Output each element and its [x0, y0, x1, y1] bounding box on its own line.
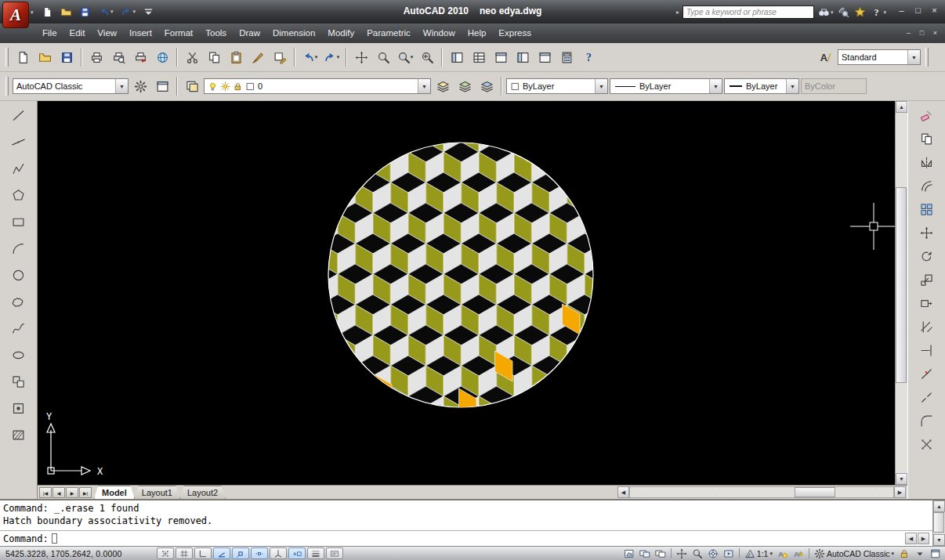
command-vertical-scrollbar[interactable]: ▲ ▼ [932, 500, 945, 546]
close-button[interactable]: × [926, 3, 943, 17]
annotation-scale-button[interactable]: 1:1▾ [743, 547, 774, 559]
toggle-dyn[interactable] [288, 547, 306, 559]
clean-screen-button[interactable] [929, 547, 943, 559]
layer-states-button[interactable] [476, 76, 497, 96]
menu-tools[interactable]: Tools [199, 23, 233, 43]
steering-wheel-button[interactable] [706, 547, 720, 559]
menu-help[interactable]: Help [462, 23, 493, 43]
zoom-window-button[interactable]: ▾ [395, 47, 415, 67]
layer-freeze-icon[interactable] [220, 81, 230, 92]
menu-insert[interactable]: Insert [123, 23, 158, 43]
annotation-autoscale-button[interactable]: A [791, 547, 806, 559]
quick-view-drawings-button[interactable] [654, 547, 668, 559]
layer-lock-icon[interactable] [233, 81, 243, 92]
search-button[interactable]: ▾ [816, 4, 836, 20]
publish-button[interactable] [130, 47, 150, 67]
layer-properties-manager-button[interactable] [182, 76, 202, 96]
last-tab-button[interactable]: ▶| [79, 487, 92, 498]
command-prompt-row[interactable]: Command: ◀ ▶ [0, 530, 932, 546]
properties-palette-button[interactable] [447, 47, 467, 67]
scrollbar-track[interactable] [896, 113, 907, 473]
quick-view-layouts-button[interactable] [638, 547, 652, 559]
toolbar-window-lock-button[interactable] [897, 547, 911, 559]
doc-restore-button[interactable]: □ [915, 27, 929, 38]
combo-dropdown-icon[interactable]: ▼ [907, 50, 920, 64]
scrollbar-thumb[interactable] [896, 187, 907, 383]
color-combo[interactable]: ByLayer ▼ [506, 78, 608, 94]
break-at-point-button[interactable] [917, 363, 937, 384]
scroll-right-icon[interactable]: ▶ [894, 486, 906, 498]
layer-previous-button[interactable] [454, 76, 475, 96]
command-window[interactable]: Command: _.erase 1 foundHatch boundary a… [0, 499, 945, 546]
previous-tab-button[interactable]: ◀ [52, 487, 65, 498]
markup-set-manager-button[interactable] [534, 47, 555, 67]
scroll-left-icon[interactable]: ◀ [617, 486, 629, 498]
scrollbar-thumb[interactable] [933, 512, 944, 533]
menu-express[interactable]: Express [492, 23, 538, 43]
explode-button[interactable] [917, 434, 937, 454]
autocad-logo-menu-button[interactable]: A [2, 2, 29, 28]
ellipse-button[interactable] [9, 345, 29, 365]
combo-dropdown-icon[interactable]: ▼ [115, 79, 128, 93]
save-button[interactable] [56, 47, 77, 67]
first-tab-button[interactable]: |◀ [39, 487, 52, 498]
drawing-canvas[interactable]: Y X [38, 101, 895, 485]
toggle-lwt[interactable] [307, 547, 324, 559]
tab-model[interactable]: Model [94, 486, 135, 499]
menu-file[interactable]: File [36, 23, 63, 43]
match-properties-button[interactable] [248, 47, 268, 67]
menu-parametric[interactable]: Parametric [360, 23, 417, 43]
redo-button[interactable]: ▾ [118, 4, 139, 20]
lineweight-combo[interactable]: ByLayer ▼ [724, 78, 799, 94]
status-bar-menu-button[interactable] [913, 547, 927, 559]
open-button[interactable] [58, 4, 74, 20]
minimize-button[interactable]: – [893, 3, 910, 17]
workspace-combo[interactable]: AutoCAD Classic ▼ [13, 78, 129, 94]
workspace-switching-button[interactable]: AutoCAD Classic▾ [813, 547, 896, 559]
sheet-set-manager-button[interactable] [512, 47, 533, 67]
zoom-realtime-button[interactable] [373, 47, 393, 67]
tab-layout1[interactable]: Layout1 [134, 486, 180, 499]
canvas-vertical-scrollbar[interactable]: ▲ ▼ [895, 101, 907, 485]
plot-preview-button[interactable] [108, 47, 129, 67]
help-button[interactable]: ? [578, 47, 599, 67]
insert-block-button[interactable] [9, 371, 29, 392]
dropdown-caret-icon[interactable]: ▾ [110, 9, 114, 15]
arc-button[interactable] [9, 238, 29, 258]
scroll-left-icon[interactable]: ◀ [905, 533, 917, 544]
mirror-button[interactable] [917, 152, 937, 172]
menu-edit[interactable]: Edit [63, 23, 92, 43]
stretch-button[interactable] [917, 293, 937, 313]
make-block-button[interactable] [9, 398, 29, 418]
layer-combo[interactable]: 0 ▼ [204, 78, 431, 94]
toggle-osnap[interactable] [232, 547, 249, 559]
qnew-button[interactable] [13, 47, 33, 67]
toggle-polar[interactable] [213, 547, 230, 559]
workspace-settings-button[interactable] [130, 76, 150, 96]
dropdown-caret-icon[interactable]: ▾ [411, 54, 414, 60]
toggle-otrack[interactable] [251, 547, 268, 559]
polygon-button[interactable] [9, 185, 29, 205]
hatch-button[interactable] [9, 425, 29, 445]
model-space-button[interactable] [622, 547, 636, 559]
designcenter-button[interactable] [469, 47, 489, 67]
save-button[interactable] [77, 4, 93, 20]
break-button[interactable] [917, 387, 937, 407]
cut-button[interactable] [182, 47, 202, 67]
3d-dwf-button[interactable] [152, 47, 172, 67]
doc-close-button[interactable]: × [929, 27, 942, 38]
redo-button[interactable]: ▾ [321, 47, 342, 67]
fillet-button[interactable] [917, 410, 937, 431]
toggle-snap[interactable] [157, 547, 174, 559]
construction-line-button[interactable] [9, 132, 29, 152]
polyline-button[interactable] [9, 158, 29, 179]
menu-dimension[interactable]: Dimension [266, 23, 321, 43]
qnew-button[interactable] [39, 4, 56, 20]
menu-draw[interactable]: Draw [233, 23, 266, 43]
coordinates-readout[interactable]: 5425.3228, 1705.2642, 0.0000 [2, 549, 125, 558]
logo-caret-icon[interactable]: ▾ [31, 9, 34, 16]
toolbar-grip[interactable] [5, 48, 9, 67]
search-history-icon[interactable]: ▸ [675, 9, 681, 16]
search-input[interactable] [682, 5, 814, 19]
tab-layout2[interactable]: Layout2 [179, 486, 226, 499]
